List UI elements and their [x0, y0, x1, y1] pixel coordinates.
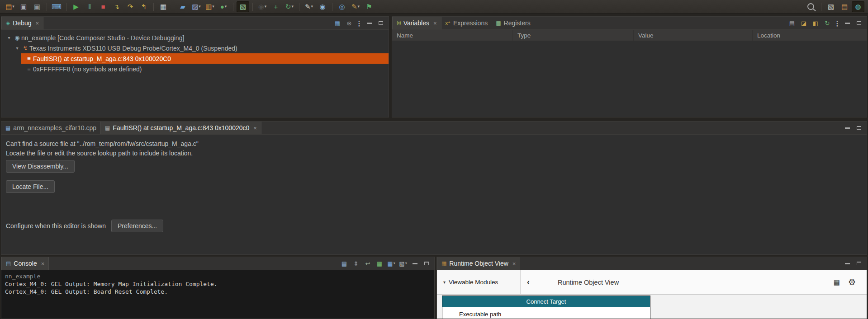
console-tabbar: ▤ Console × ▤⇕↩▦▦▾▧▾: [1, 257, 434, 270]
close-icon[interactable]: ×: [36, 20, 39, 27]
view-disassembly-button[interactable]: View Disassembly...: [6, 160, 75, 173]
close-icon[interactable]: ×: [41, 260, 45, 267]
maximize-icon[interactable]: [854, 258, 864, 268]
new-file-icon[interactable]: ▤▾: [4, 1, 16, 12]
search-icon[interactable]: [805, 1, 818, 12]
annotate-icon[interactable]: ✎▾: [349, 1, 362, 12]
minimize-icon[interactable]: [842, 18, 853, 28]
stack-frame-icon: ≡: [25, 55, 33, 62]
collapse-back-icon[interactable]: ‹: [521, 277, 536, 287]
preferences-button[interactable]: Preferences...: [111, 220, 163, 232]
resume-icon[interactable]: ▶: [70, 1, 82, 12]
variables-panel: (x) Variables × x⁺ Expressions ▦ Registe…: [392, 16, 867, 117]
minimize-icon[interactable]: [842, 258, 853, 268]
flag-icon[interactable]: ⚑: [363, 1, 375, 12]
tab-console[interactable]: ▤ Console ×: [1, 257, 49, 270]
tree-row-stack-frame-selected[interactable]: ≡ FaultISR() at cstartup_M_aga.c:843 0x1…: [21, 53, 389, 64]
step-return-icon[interactable]: ↰: [138, 1, 150, 12]
save-icon[interactable]: ▣: [17, 1, 30, 12]
close-icon[interactable]: ×: [433, 20, 437, 27]
tab-debug[interactable]: ◈ Debug ×: [1, 17, 43, 29]
minimize-icon[interactable]: [409, 258, 420, 268]
cpp-file-icon: ▤: [5, 125, 10, 131]
locate-file-button[interactable]: Locate File...: [6, 180, 55, 193]
edit-perspective-icon[interactable]: ▤: [838, 1, 851, 12]
tab-editor-cifar10[interactable]: ▤ arm_nnexamples_cifar10.cpp: [1, 122, 100, 134]
open-perspective-icon[interactable]: ▧: [825, 1, 837, 12]
tree-row-stack-frame[interactable]: ≡ 0xFFFFFFF8 (no symbols are defined): [21, 64, 389, 74]
close-icon[interactable]: ×: [253, 125, 257, 131]
column-header-type[interactable]: Type: [513, 30, 634, 41]
source-not-found-view: Can't find a source file at "../rom_temp…: [1, 135, 867, 255]
tab-editor-faultisr[interactable]: ▤ FaultISR() at cstartup_M_aga.c:843 0x1…: [100, 122, 261, 134]
expand-arrow-icon[interactable]: ▾: [5, 35, 13, 40]
tab-variables[interactable]: (x) Variables ×: [392, 17, 441, 29]
viewable-modules-dropdown[interactable]: ▾ Viewable Modules: [437, 270, 521, 294]
grid-view-icon[interactable]: ▦: [834, 278, 840, 286]
tree-row-core[interactable]: ▾ ↯ Texas Instruments XDS110 USB Debug P…: [1, 43, 389, 53]
flash-icon[interactable]: ▨▾: [190, 1, 203, 12]
display-console-icon[interactable]: ▦▾: [386, 258, 397, 268]
terminate-icon[interactable]: ■: [97, 1, 109, 12]
suspend-icon[interactable]: ‖: [83, 1, 96, 12]
import-icon[interactable]: ◪: [798, 18, 809, 28]
show-columns-icon[interactable]: ▤: [787, 18, 797, 28]
toolbar-right-group: ▧▤◍: [805, 1, 864, 12]
rov-row-executable-path[interactable]: Executable path: [442, 307, 650, 319]
tree-row-launch[interactable]: ▾ ◉ nn_example [Code Composer Studio - D…: [1, 33, 389, 43]
tab-runtime-object-view[interactable]: ▦ Runtime Object View ×: [437, 257, 520, 270]
core-info-icon[interactable]: ◎: [336, 1, 348, 12]
console-panel: ▤ Console × ▤⇕↩▦▦▾▧▾ nn_example Cortex_M…: [1, 257, 435, 319]
refresh-icon[interactable]: ↻: [822, 18, 833, 28]
maximize-icon[interactable]: [854, 123, 864, 133]
camera-icon[interactable]: ◉: [316, 1, 329, 12]
remove-terminated-icon[interactable]: ⊗: [344, 18, 355, 28]
maximize-icon[interactable]: [375, 18, 386, 28]
step-into-icon[interactable]: ↴: [110, 1, 123, 12]
view-menu-icon[interactable]: ⋮: [834, 18, 841, 28]
target-config-icon[interactable]: ▰: [176, 1, 189, 12]
save-all-icon[interactable]: ▣: [31, 1, 43, 12]
minimize-icon[interactable]: [364, 18, 375, 28]
column-header-value[interactable]: Value: [634, 30, 753, 41]
export-icon[interactable]: ◧: [810, 18, 821, 28]
connect-target-table: Connect Target Executable path: [442, 296, 650, 319]
scroll-lock-icon[interactable]: ⇕: [351, 258, 361, 268]
close-icon[interactable]: ×: [512, 260, 516, 267]
view-grid-icon[interactable]: ▦: [157, 1, 170, 12]
tab-expressions[interactable]: x⁺ Expressions: [441, 17, 492, 29]
column-header-location[interactable]: Location: [753, 30, 867, 41]
step-over-icon[interactable]: ↷: [124, 1, 137, 12]
tab-registers[interactable]: ▦ Registers: [492, 17, 534, 29]
memory-browser-icon[interactable]: ▥▾: [204, 1, 216, 12]
probe-icon[interactable]: ◉▾: [256, 1, 269, 12]
chevron-down-icon: ▾: [358, 5, 360, 9]
view-menu-icon[interactable]: ⋮: [356, 18, 363, 28]
add-watch-icon[interactable]: +: [270, 1, 282, 12]
terminal-icon[interactable]: ⌨: [50, 1, 63, 12]
clear-console-icon[interactable]: ▦: [374, 258, 385, 268]
maximize-icon[interactable]: [854, 18, 864, 28]
refresh-icon[interactable]: ↻▾: [283, 1, 296, 12]
console-line: nn_example: [5, 272, 431, 280]
maximize-icon[interactable]: [421, 258, 432, 268]
toolbar-separator: [233, 3, 233, 11]
gear-icon[interactable]: ⚙: [848, 277, 856, 287]
trace-icon[interactable]: ✎▾: [303, 1, 315, 12]
minimize-icon[interactable]: [842, 123, 853, 133]
column-header-name[interactable]: Name: [392, 30, 513, 41]
expressions-icon: x⁺: [446, 21, 451, 26]
profile-icon[interactable]: ●▾: [217, 1, 230, 12]
connect-target-icon[interactable]: ▧: [237, 1, 249, 12]
console-output[interactable]: nn_example Cortex_M4_0: GEL Output: Memo…: [1, 270, 434, 319]
pin-console-icon[interactable]: ▤: [339, 258, 350, 268]
debug-perspective-icon[interactable]: ◍: [852, 1, 864, 12]
open-console-icon[interactable]: ▧▾: [398, 258, 408, 268]
editor-configure-row: Configure when this editor is shown Pref…: [6, 220, 163, 232]
expand-arrow-icon[interactable]: ▾: [13, 46, 21, 51]
word-wrap-icon[interactable]: ↩: [362, 258, 373, 268]
rov-header: ▾ Viewable Modules ‹ Runtime Object View…: [437, 270, 867, 295]
missing-source-hint: Locate the file or edit the source looku…: [6, 150, 193, 157]
multicore-view-icon[interactable]: ▦: [332, 18, 343, 28]
connect-target-button[interactable]: Connect Target: [442, 296, 650, 307]
